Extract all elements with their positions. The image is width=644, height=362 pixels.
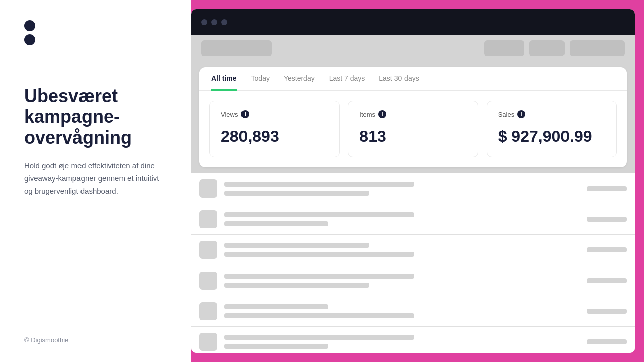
logo [24, 20, 167, 45]
row-thumbnail [199, 333, 217, 351]
sales-info-icon[interactable]: i [517, 110, 525, 118]
tab-last-30-days[interactable]: Last 30 days [379, 67, 419, 90]
row-right [577, 278, 627, 283]
views-info-icon[interactable]: i [241, 110, 249, 118]
toolbar [191, 35, 635, 61]
row-thumbnail [199, 272, 217, 290]
tab-yesterday[interactable]: Yesterday [284, 67, 315, 90]
row-line-primary [224, 212, 414, 217]
logo-dot-bottom [24, 34, 35, 45]
stat-label-sales: Sales i [498, 110, 605, 118]
tab-all-time[interactable]: All time [211, 67, 237, 90]
row-line-secondary [224, 283, 369, 288]
tab-today[interactable]: Today [251, 67, 270, 90]
row-line-secondary [224, 344, 328, 349]
row-right [577, 186, 627, 191]
stat-label-items-text: Items [359, 111, 375, 118]
row-lines [224, 243, 570, 257]
left-panel: Ubesværet kampagne-overvågning Hold godt… [0, 0, 191, 362]
row-right [577, 309, 627, 314]
window-control-2 [211, 19, 217, 25]
items-info-icon[interactable]: i [378, 110, 386, 118]
toolbar-btn-1[interactable] [484, 40, 524, 56]
stat-card-items: Items i 813 [348, 101, 478, 157]
row-line-primary [224, 304, 328, 309]
list-row[interactable] [191, 204, 635, 235]
stat-card-views: Views i 280,893 [209, 101, 340, 157]
stat-value-views: 280,893 [221, 127, 328, 146]
stat-label-views: Views i [221, 110, 328, 118]
stat-label-sales-text: Sales [498, 111, 515, 118]
row-right-line [587, 278, 627, 283]
copyright: © Digismoothie [24, 336, 68, 344]
row-lines [224, 274, 570, 288]
stats-section: All time Today Yesterday Last 7 days Las… [199, 67, 627, 167]
stat-card-sales: Sales i $ 927,900.99 [487, 101, 617, 157]
toolbar-btn-3[interactable] [570, 40, 625, 56]
row-right-line [587, 217, 627, 222]
window-control-1 [201, 19, 207, 25]
stat-label-items: Items i [359, 110, 466, 118]
main-content: All time Today Yesterday Last 7 days Las… [191, 61, 635, 353]
row-line-primary [224, 335, 414, 340]
toolbar-left [201, 40, 272, 56]
row-line-primary [224, 243, 369, 248]
stats-cards: Views i 280,893 Items i 813 [199, 90, 627, 167]
toolbar-btn-2[interactable] [529, 40, 565, 56]
row-right [577, 247, 627, 252]
list-row[interactable] [191, 327, 635, 353]
window-control-3 [221, 19, 227, 25]
tabs: All time Today Yesterday Last 7 days Las… [199, 67, 627, 90]
row-right-line [587, 186, 627, 191]
logo-dot-top [24, 20, 35, 31]
list-row[interactable] [191, 265, 635, 296]
row-right-line [587, 247, 627, 252]
list-row[interactable] [191, 235, 635, 265]
toolbar-right [484, 40, 625, 56]
row-thumbnail [199, 302, 217, 320]
stat-value-items: 813 [359, 127, 466, 146]
row-thumbnail [199, 210, 217, 228]
list-section [191, 173, 635, 353]
row-line-secondary [224, 191, 369, 196]
row-right [577, 339, 627, 344]
row-line-secondary [224, 252, 414, 257]
row-lines [224, 212, 570, 226]
headline: Ubesværet kampagne-overvågning [24, 85, 167, 148]
stat-value-sales: $ 927,900.99 [498, 127, 605, 146]
row-right-line [587, 339, 627, 344]
row-line-secondary [224, 313, 414, 318]
right-panel: All time Today Yesterday Last 7 days Las… [191, 0, 644, 362]
app-window: All time Today Yesterday Last 7 days Las… [191, 9, 635, 353]
row-line-primary [224, 274, 414, 279]
subtext: Hold godt øje med effektiviteten af dine… [24, 160, 165, 197]
top-bar [191, 9, 635, 35]
tab-last-7-days[interactable]: Last 7 days [329, 67, 365, 90]
row-line-secondary [224, 221, 328, 226]
list-row[interactable] [191, 296, 635, 327]
list-row[interactable] [191, 173, 635, 204]
row-thumbnail [199, 241, 217, 259]
row-thumbnail [199, 179, 217, 198]
row-right-line [587, 309, 627, 314]
toolbar-main-button[interactable] [201, 40, 272, 56]
row-lines [224, 304, 570, 318]
row-lines [224, 335, 570, 349]
row-right [577, 217, 627, 222]
row-line-primary [224, 182, 414, 187]
stat-label-views-text: Views [221, 111, 238, 118]
row-lines [224, 182, 570, 196]
